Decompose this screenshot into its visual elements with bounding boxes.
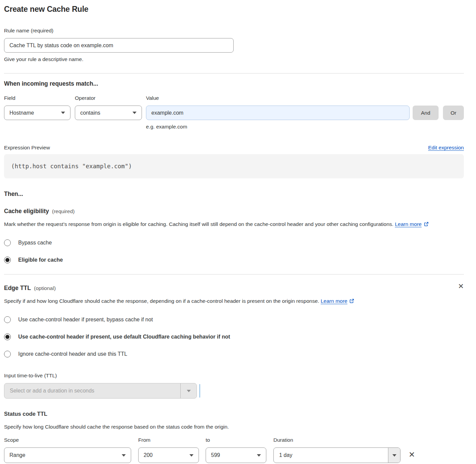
- radio-option-bypass-cache[interactable]: Bypass cache: [4, 239, 464, 247]
- edge-ttl-qualifier: (optional): [34, 285, 56, 291]
- operator-label: Operator: [75, 94, 142, 102]
- edge-ttl-learn-more-link[interactable]: Learn more: [321, 298, 347, 304]
- expression-preview-code: (http.host contains "example.com"): [4, 154, 464, 178]
- radio-icon[interactable]: [4, 351, 11, 357]
- or-button[interactable]: Or: [443, 106, 464, 120]
- radio-option-eligible-for-cache[interactable]: Eligible for cache: [4, 256, 464, 264]
- chevron-down-icon[interactable]: [180, 383, 197, 398]
- status-code-ttl-heading: Status code TTL: [4, 411, 464, 417]
- radio-checked-icon[interactable]: [4, 334, 11, 340]
- status-code-ttl-description: Specify how long Cloudflare should cache…: [4, 423, 464, 431]
- duration-label: Duration: [273, 436, 400, 444]
- radio-icon[interactable]: [4, 239, 11, 246]
- ttl-input-label: Input time-to-live (TTL): [4, 372, 464, 380]
- edge-ttl-description: Specify if and how long Cloudflare shoul…: [4, 296, 382, 307]
- radio-icon[interactable]: [4, 316, 11, 323]
- chevron-down-icon: [257, 454, 261, 457]
- radio-option-label: Use cache-control header if present, use…: [18, 333, 230, 341]
- external-link-icon: [349, 297, 354, 307]
- operator-select[interactable]: contains: [75, 106, 142, 120]
- duration-select[interactable]: 1 day: [273, 447, 400, 463]
- from-select-value: 200: [144, 452, 153, 458]
- rule-name-input[interactable]: [4, 38, 234, 53]
- chevron-down-icon: [61, 112, 65, 114]
- chevron-down-icon: [132, 112, 137, 114]
- create-cache-rule-form: Create new Cache Rule Rule name (require…: [0, 0, 476, 464]
- cache-eligibility-description: Mark whether the request’s response from…: [4, 220, 458, 230]
- edge-ttl-description-text: Specify if and how long Cloudflare shoul…: [4, 298, 319, 304]
- match-section-heading: When incoming requests match...: [4, 80, 464, 87]
- scope-select-value: Range: [9, 452, 25, 458]
- page-title: Create new Cache Rule: [4, 5, 464, 14]
- scope-label: Scope: [4, 436, 131, 444]
- cache-eligibility-learn-more-link[interactable]: Learn more: [395, 221, 421, 227]
- close-icon[interactable]: ✕: [458, 283, 464, 290]
- expression-preview-label: Expression Preview: [4, 145, 50, 151]
- and-button[interactable]: And: [413, 106, 439, 120]
- ttl-duration-select[interactable]: Select or add a duration in seconds: [4, 383, 197, 399]
- radio-option-label: Eligible for cache: [18, 256, 63, 264]
- edit-expression-link[interactable]: Edit expression: [428, 145, 464, 151]
- chevron-down-icon: [122, 454, 126, 457]
- value-label: Value: [146, 94, 410, 102]
- cache-eligibility-description-text: Mark whether the request’s response from…: [4, 221, 393, 227]
- chevron-down-icon: [189, 454, 194, 457]
- divider: [4, 73, 464, 74]
- radio-option-cc-bypass[interactable]: Use cache-control header if present, byp…: [4, 316, 464, 324]
- from-select[interactable]: 200: [138, 447, 199, 463]
- to-select-value: 599: [211, 452, 220, 458]
- field-select[interactable]: Hostname: [4, 106, 70, 120]
- external-link-icon: [424, 220, 429, 230]
- radio-option-cc-default[interactable]: Use cache-control header if present, use…: [4, 333, 464, 341]
- status-code-ttl-row: Scope Range From 200 to 599 Duration 1 d…: [4, 436, 464, 463]
- scope-select[interactable]: Range: [4, 447, 131, 463]
- field-select-value: Hostname: [9, 110, 34, 116]
- radio-option-label: Use cache-control header if present, byp…: [18, 316, 153, 324]
- expression-code-text: (http.host contains "example.com"): [11, 163, 132, 170]
- field-label: Field: [4, 94, 70, 102]
- rule-name-label: Rule name (required): [4, 27, 464, 35]
- remove-row-icon[interactable]: ✕: [409, 451, 415, 459]
- radio-option-label: Ignore cache-control header and use this…: [18, 350, 127, 358]
- ttl-select-placeholder: Select or add a duration in seconds: [4, 383, 180, 398]
- focus-indicator: [199, 384, 200, 398]
- value-input[interactable]: [146, 106, 410, 120]
- from-label: From: [138, 436, 199, 444]
- edge-ttl-heading: Edge TTL: [4, 285, 31, 292]
- to-label: to: [206, 436, 266, 444]
- operator-select-value: contains: [80, 110, 100, 116]
- cache-eligibility-qualifier: (required): [52, 208, 75, 214]
- radio-checked-icon[interactable]: [4, 257, 11, 263]
- radio-option-label: Bypass cache: [18, 239, 52, 247]
- duration-select-value: 1 day: [274, 452, 298, 458]
- match-condition-row: Field Hostname Operator contains Value e…: [4, 94, 464, 130]
- to-select[interactable]: 599: [206, 447, 266, 463]
- rule-name-help: Give your rule a descriptive name.: [4, 56, 464, 63]
- then-heading: Then...: [4, 191, 464, 198]
- value-help: e.g. example.com: [146, 123, 410, 130]
- chevron-down-icon[interactable]: [388, 448, 400, 463]
- cache-eligibility-heading: Cache eligibility: [4, 208, 49, 215]
- radio-option-ignore-cc[interactable]: Ignore cache-control header and use this…: [4, 350, 464, 358]
